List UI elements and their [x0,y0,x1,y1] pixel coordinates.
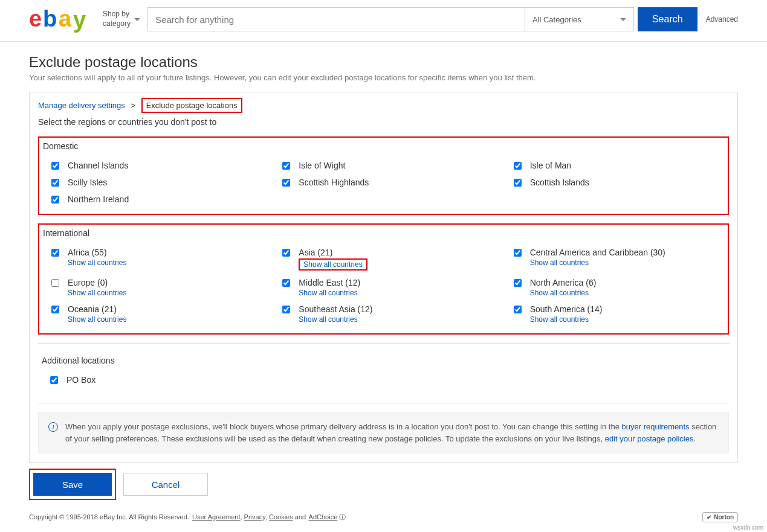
info-text-after: . [693,434,696,443]
shop-by-label-2: category [103,19,131,29]
svg-text:e: e [29,6,42,31]
location-body: Asia (21)Show all countries [299,248,367,271]
location-checkbox[interactable] [50,376,58,384]
svg-text:b: b [43,6,57,31]
shop-by-category[interactable]: Shop by category [103,10,140,28]
location-label: North America (6) [530,278,597,287]
location-label: Central America and Caribbean (30) [530,248,665,257]
copyright-text: Copyright © 1995-2018 eBay Inc. All Righ… [29,513,189,521]
buyer-requirements-link[interactable]: buyer requirements [622,422,690,431]
location-checkbox[interactable] [51,179,59,187]
location-label: Africa (55) [68,248,126,257]
watermark: wsxdn.com [733,524,763,528]
location-checkbox[interactable] [282,306,290,313]
location-label: Isle of Man [530,161,571,170]
instruction-text: Select the regions or countries you don'… [38,117,729,127]
location-label: Northern Ireland [68,194,129,204]
location-label: Channel Islands [68,161,128,170]
location-label: Scottish Highlands [299,178,369,187]
show-all-countries-link[interactable]: Show all countries [299,315,372,324]
location-body: Isle of Man [530,161,571,170]
location-item: Scottish Islands [505,174,724,191]
show-all-countries-link[interactable]: Show all countries [68,258,126,267]
location-body: Scottish Highlands [299,178,369,187]
breadcrumb-parent[interactable]: Manage delivery settings [38,101,125,110]
location-body: Africa (55)Show all countries [68,248,126,267]
category-select[interactable]: All Categories [525,7,634,31]
privacy-link[interactable]: Privacy [244,513,265,521]
location-body: North America (6)Show all countries [530,278,597,297]
user-agreement-link[interactable]: User Agreement [192,513,240,521]
main-content: Exclude postage locations Your selection… [0,42,767,506]
adchoice-icon: ⓘ [339,513,346,521]
save-button[interactable]: Save [33,473,112,496]
adchoice-link[interactable]: AdChoice [309,513,338,521]
location-body: Scilly Isles [68,178,107,187]
location-body: Central America and Caribbean (30)Show a… [530,248,665,267]
show-all-countries-link[interactable]: Show all countries [299,258,367,271]
show-all-countries-link[interactable]: Show all countries [68,289,126,297]
breadcrumb: Manage delivery settings > Exclude posta… [38,101,729,110]
location-body: PO Box [66,375,95,385]
info-icon: i [48,422,58,432]
location-label: Oceania (21) [68,304,126,314]
location-item: Channel Islands [43,157,262,174]
page-title: Exclude postage locations [29,54,738,71]
location-item: Northern Ireland [43,191,262,208]
location-body: Europe (0)Show all countries [68,278,126,297]
location-item: Isle of Man [505,157,724,174]
location-checkbox[interactable] [514,162,522,170]
location-checkbox[interactable] [51,196,59,204]
search-input[interactable] [147,7,525,31]
location-checkbox[interactable] [282,249,290,257]
location-item: Southeast Asia (12)Show all countries [274,301,493,327]
ebay-logo[interactable]: e b a y [29,6,95,33]
cookies-link[interactable]: Cookies [269,513,293,521]
location-checkbox[interactable] [514,249,522,257]
location-body: Middle East (12)Show all countries [299,278,360,297]
location-checkbox[interactable] [282,179,290,187]
location-body: South America (14)Show all countries [530,304,603,324]
location-label: South America (14) [530,304,603,314]
info-text-before: When you apply your postage exclusions, … [65,422,622,431]
location-checkbox[interactable] [514,306,522,313]
shop-by-label-1: Shop by [103,10,131,19]
show-all-countries-link[interactable]: Show all countries [530,315,603,324]
norton-badge[interactable]: ✔ Norton [702,512,738,522]
domestic-title: Domestic [43,141,724,151]
location-checkbox[interactable] [282,162,290,170]
location-checkbox[interactable] [51,249,59,257]
location-item: South America (14)Show all countries [505,301,724,327]
show-all-countries-link[interactable]: Show all countries [530,289,597,297]
location-checkbox[interactable] [51,162,59,170]
location-checkbox[interactable] [282,279,290,287]
show-all-countries-link[interactable]: Show all countries [530,258,665,267]
search-button[interactable]: Search [638,7,697,31]
advanced-link[interactable]: Advanced [706,15,738,24]
location-item: Isle of Wight [274,157,493,174]
category-selected-label: All Categories [532,15,581,24]
location-body: Scottish Islands [530,178,589,187]
location-checkbox[interactable] [51,279,59,287]
location-item: Africa (55)Show all countries [43,244,262,274]
location-label: PO Box [66,375,95,385]
chevron-down-icon [134,18,140,21]
divider [38,343,729,344]
location-checkbox[interactable] [51,306,59,313]
info-box: i When you apply your postage exclusions… [38,412,729,453]
cancel-button[interactable]: Cancel [123,473,208,496]
location-body: Oceania (21)Show all countries [68,304,126,324]
location-body: Northern Ireland [68,194,129,204]
location-checkbox[interactable] [514,179,522,187]
location-label: Middle East (12) [299,278,360,287]
location-label: Scilly Isles [68,178,107,187]
checkmark-icon: ✔ [707,514,711,521]
location-body: Southeast Asia (12)Show all countries [299,304,372,324]
edit-postage-policies-link[interactable]: edit your postage policies [605,434,694,443]
location-item: Middle East (12)Show all countries [274,274,493,301]
page-subtitle: Your selections will apply to all of you… [29,73,738,82]
location-checkbox[interactable] [514,279,522,287]
location-item: Europe (0)Show all countries [43,274,262,301]
show-all-countries-link[interactable]: Show all countries [68,315,126,324]
show-all-countries-link[interactable]: Show all countries [299,289,360,297]
